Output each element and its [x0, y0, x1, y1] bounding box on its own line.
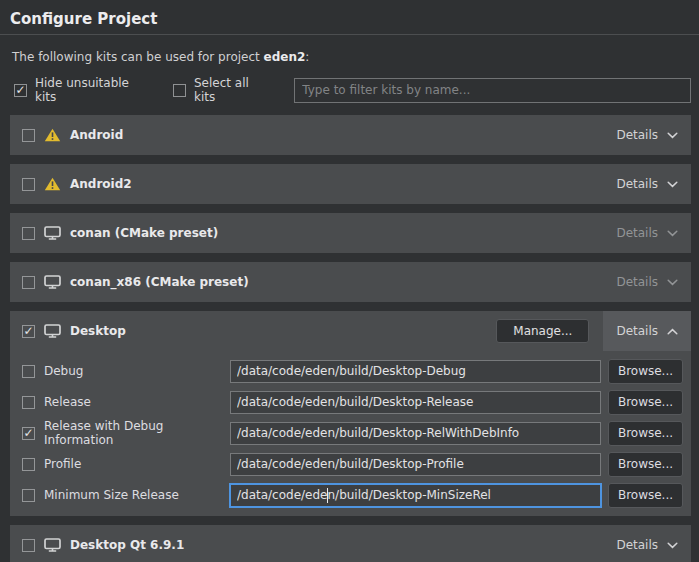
- project-name: eden2: [264, 50, 306, 64]
- text-caret: [327, 488, 328, 503]
- kit-list: ✓ Android Details ✓ Android2 Details ✓ c…: [10, 115, 691, 562]
- desktop-monitor-icon: [44, 275, 61, 289]
- checkbox-label: Select all kits: [194, 76, 270, 104]
- warning-icon: [44, 177, 61, 191]
- browse-button[interactable]: Browse...: [608, 452, 683, 477]
- kit-name: Android2: [70, 177, 132, 191]
- config-checkbox[interactable]: ✓: [22, 427, 35, 440]
- build-dir-field-wrap: [230, 484, 601, 507]
- config-label: Debug: [44, 364, 230, 378]
- details-button[interactable]: Details: [603, 262, 691, 302]
- chevron-up-icon: [667, 328, 678, 335]
- title-separator: [0, 34, 699, 35]
- chevron-down-icon: [667, 230, 678, 237]
- config-checkbox[interactable]: ✓: [22, 489, 35, 502]
- kit-checkbox[interactable]: ✓: [22, 276, 35, 289]
- details-label: Details: [616, 538, 658, 552]
- kit-row-desktop: ✓ Desktop Manage... Details: [10, 311, 691, 351]
- build-config-row-relwithdebinfo: ✓ Release with Debug Information Browse.…: [22, 421, 683, 445]
- build-dir-input[interactable]: [230, 453, 601, 476]
- kit-name: conan_x86 (CMake preset): [70, 275, 249, 289]
- chevron-down-icon: [667, 279, 678, 286]
- browse-button[interactable]: Browse...: [608, 483, 683, 508]
- kit-row-android2: ✓ Android2 Details: [10, 164, 691, 204]
- config-label: Release with Debug Information: [44, 419, 230, 447]
- details-label: Details: [616, 177, 658, 191]
- chevron-down-icon: [667, 132, 678, 139]
- build-dir-input[interactable]: [230, 422, 601, 445]
- hide-unsuitable-kits-checkbox[interactable]: ✓ Hide unsuitable kits: [14, 76, 149, 104]
- kit-name: Android: [70, 128, 123, 142]
- build-dir-field-wrap: [230, 391, 601, 414]
- kit-checkbox[interactable]: ✓: [22, 129, 35, 142]
- intro-text: The following kits can be used for proje…: [12, 50, 699, 64]
- page-title: Configure Project: [10, 10, 699, 28]
- build-config-list: ✓ Debug Browse... ✓ Release Browse.: [10, 359, 691, 507]
- build-dir-input[interactable]: [230, 391, 601, 414]
- kit-name: Desktop Qt 6.9.1: [70, 538, 184, 552]
- warning-icon: [44, 128, 61, 142]
- details-button[interactable]: Details: [603, 311, 691, 351]
- desktop-monitor-icon: [44, 324, 61, 338]
- checkbox-label: Hide unsuitable kits: [35, 76, 149, 104]
- intro-prefix: The following kits can be used for proje…: [12, 50, 264, 64]
- build-config-row-profile: ✓ Profile Browse...: [22, 452, 683, 476]
- checkbox-box[interactable]: ✓: [14, 84, 27, 97]
- browse-button[interactable]: Browse...: [608, 390, 683, 415]
- kit-row-conan-x86: ✓ conan_x86 (CMake preset) Details: [10, 262, 691, 302]
- kit-filter-input[interactable]: [294, 78, 691, 103]
- details-button[interactable]: Details: [603, 213, 691, 253]
- details-label: Details: [616, 324, 658, 338]
- build-config-row-debug: ✓ Debug Browse...: [22, 359, 683, 383]
- details-button[interactable]: Details: [603, 525, 691, 562]
- config-label: Profile: [44, 457, 230, 471]
- config-label: Release: [44, 395, 230, 409]
- config-label: Minimum Size Release: [44, 488, 230, 502]
- kit-checkbox[interactable]: ✓: [22, 325, 35, 338]
- kits-toolbar: ✓ Hide unsuitable kits ✓ Select all kits: [14, 76, 691, 104]
- kit-row-android: ✓ Android Details: [10, 115, 691, 155]
- checkbox-box[interactable]: ✓: [173, 84, 186, 97]
- kit-name: Desktop: [70, 324, 126, 338]
- build-config-row-release: ✓ Release Browse...: [22, 390, 683, 414]
- browse-button[interactable]: Browse...: [608, 421, 683, 446]
- desktop-monitor-icon: [44, 538, 61, 552]
- chevron-down-icon: [667, 181, 678, 188]
- config-checkbox[interactable]: ✓: [22, 396, 35, 409]
- kit-section-desktop: ✓ Desktop Manage... Details ✓ Debug: [10, 311, 691, 516]
- chevron-down-icon: [667, 542, 678, 549]
- select-all-kits-checkbox[interactable]: ✓ Select all kits: [173, 76, 270, 104]
- details-label: Details: [616, 275, 658, 289]
- desktop-monitor-icon: [44, 226, 61, 240]
- intro-suffix: :: [305, 50, 309, 64]
- build-dir-field-wrap: [230, 360, 601, 383]
- kit-checkbox[interactable]: ✓: [22, 178, 35, 191]
- kit-row-desktop-qt-691: ✓ Desktop Qt 6.9.1 Details: [10, 525, 691, 562]
- kit-checkbox[interactable]: ✓: [22, 539, 35, 552]
- check-icon: ✓: [23, 325, 33, 337]
- build-dir-field-wrap: [230, 453, 601, 476]
- manage-kits-button[interactable]: Manage...: [496, 319, 589, 343]
- check-icon: ✓: [15, 84, 25, 96]
- kit-name: conan (CMake preset): [70, 226, 218, 240]
- build-config-row-minsizerel: ✓ Minimum Size Release Browse...: [22, 483, 683, 507]
- check-icon: ✓: [23, 427, 33, 439]
- details-label: Details: [616, 226, 658, 240]
- browse-button[interactable]: Browse...: [608, 359, 683, 384]
- build-dir-input[interactable]: [230, 484, 601, 507]
- config-checkbox[interactable]: ✓: [22, 365, 35, 378]
- kit-checkbox[interactable]: ✓: [22, 227, 35, 240]
- configure-project-dialog: Configure Project The following kits can…: [0, 10, 699, 562]
- details-button[interactable]: Details: [603, 115, 691, 155]
- kit-row-conan: ✓ conan (CMake preset) Details: [10, 213, 691, 253]
- build-dir-input[interactable]: [230, 360, 601, 383]
- details-button[interactable]: Details: [603, 164, 691, 204]
- details-label: Details: [616, 128, 658, 142]
- config-checkbox[interactable]: ✓: [22, 458, 35, 471]
- build-dir-field-wrap: [230, 422, 601, 445]
